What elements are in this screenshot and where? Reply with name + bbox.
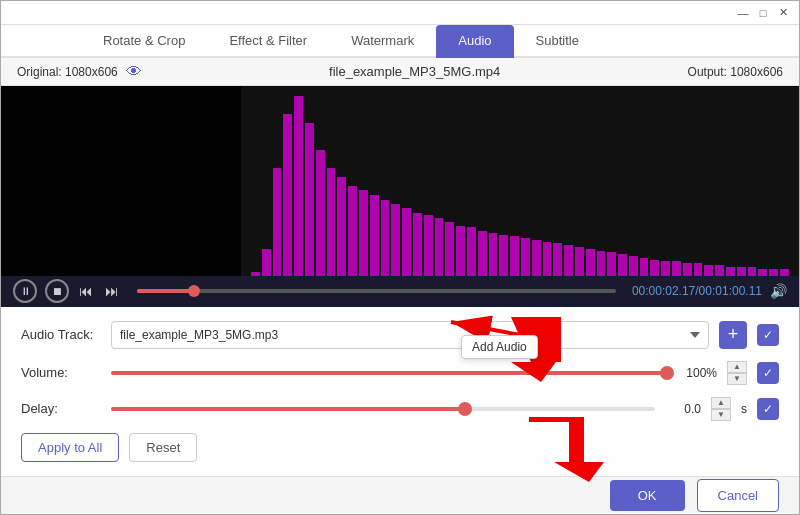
tab-effect-filter[interactable]: Effect & Filter	[207, 25, 329, 58]
waveform-bar	[726, 267, 735, 276]
waveform-bar	[650, 260, 659, 276]
tab-watermark[interactable]: Watermark	[329, 25, 436, 58]
delay-slider-fill	[111, 407, 465, 411]
delay-slider-track	[111, 407, 655, 411]
waveform-bar	[456, 226, 465, 276]
waveform-bar	[694, 263, 703, 276]
delay-slider-thumb[interactable]	[458, 402, 472, 416]
delay-unit: s	[741, 402, 747, 416]
waveform-bar	[640, 258, 649, 276]
waveform-display	[241, 86, 799, 276]
minimize-button[interactable]: —	[735, 5, 751, 21]
reset-button[interactable]: Reset	[129, 433, 197, 462]
waveform-bar	[327, 168, 336, 276]
pause-button[interactable]: ⏸	[13, 279, 37, 303]
delay-row: Delay: 0.0 ▲ ▼ s ✓	[21, 397, 779, 421]
audio-track-row: Audio Track: file_example_MP3_5MG.mp3 + …	[21, 321, 779, 349]
volume-slider-container[interactable]	[111, 363, 667, 383]
add-audio-tooltip: Add Audio	[461, 335, 538, 359]
delay-up-button[interactable]: ▲	[711, 397, 731, 409]
waveform-bars	[241, 86, 799, 276]
add-audio-button[interactable]: +	[719, 321, 747, 349]
waveform-bar	[370, 195, 379, 276]
ok-button[interactable]: OK	[610, 480, 685, 511]
waveform-bar	[283, 114, 292, 276]
audio-track-label: Audio Track:	[21, 327, 101, 342]
waveform-bar	[381, 200, 390, 276]
main-window: — □ ✕ Rotate & Crop Effect & Filter Wate…	[0, 0, 800, 515]
volume-stepper: ▲ ▼	[727, 361, 747, 385]
title-bar: — □ ✕	[1, 1, 799, 25]
waveform-bar	[348, 186, 357, 276]
waveform-bar	[715, 265, 724, 276]
waveform-bar	[521, 238, 530, 276]
waveform-bar	[413, 213, 422, 276]
waveform-bar	[402, 208, 411, 276]
waveform-bar	[629, 256, 638, 276]
waveform-bar	[704, 265, 713, 276]
volume-down-button[interactable]: ▼	[727, 373, 747, 385]
delay-down-button[interactable]: ▼	[711, 409, 731, 421]
progress-bar[interactable]	[137, 289, 616, 293]
waveform-bar	[780, 269, 789, 276]
waveform-bar	[478, 231, 487, 276]
video-preview	[1, 86, 241, 276]
volume-slider-thumb[interactable]	[660, 366, 674, 380]
waveform-bar	[748, 267, 757, 276]
volume-value: 100%	[677, 366, 717, 380]
waveform-bar	[661, 261, 670, 275]
output-resolution: Output: 1080x606	[688, 65, 783, 79]
waveform-bar	[607, 252, 616, 275]
audio-check-icon[interactable]: ✓	[757, 324, 779, 346]
next-button[interactable]: ⏭	[103, 283, 121, 299]
waveform-bar	[769, 269, 778, 276]
volume-icon[interactable]: 🔊	[770, 283, 787, 299]
prev-button[interactable]: ⏮	[77, 283, 95, 299]
volume-row: Volume: 100% ▲ ▼ ✓	[21, 361, 779, 385]
waveform-bar	[564, 245, 573, 276]
waveform-bar	[359, 190, 368, 276]
delay-stepper: ▲ ▼	[711, 397, 731, 421]
waveform-bar	[294, 96, 303, 276]
waveform-bar	[586, 249, 595, 276]
eye-icon[interactable]: 👁	[126, 63, 142, 81]
waveform-bar	[543, 242, 552, 276]
waveform-bar	[445, 222, 454, 276]
waveform-bar	[532, 240, 541, 276]
waveform-bar	[575, 247, 584, 276]
progress-handle[interactable]	[188, 285, 200, 297]
apply-all-button[interactable]: Apply to All	[21, 433, 119, 462]
waveform-bar	[391, 204, 400, 276]
waveform-bar	[262, 249, 271, 276]
close-button[interactable]: ✕	[775, 5, 791, 21]
title-controls: — □ ✕	[735, 5, 791, 21]
delay-slider-container[interactable]	[111, 399, 655, 419]
original-resolution: Original: 1080x606	[17, 65, 118, 79]
volume-check-icon[interactable]: ✓	[757, 362, 779, 384]
waveform-bar	[499, 235, 508, 276]
audio-track-select[interactable]: file_example_MP3_5MG.mp3	[111, 321, 709, 349]
cancel-button[interactable]: Cancel	[697, 479, 779, 512]
progress-fill	[137, 289, 194, 293]
maximize-button[interactable]: □	[755, 5, 771, 21]
volume-slider-fill	[111, 371, 667, 375]
tab-audio[interactable]: Audio	[436, 25, 513, 58]
delay-check-icon[interactable]: ✓	[757, 398, 779, 420]
waveform-bar	[337, 177, 346, 276]
waveform-bar	[618, 254, 627, 276]
tab-rotate-crop[interactable]: Rotate & Crop	[81, 25, 207, 58]
volume-up-button[interactable]: ▲	[727, 361, 747, 373]
waveform-bar	[683, 263, 692, 276]
waveform-bar	[510, 236, 519, 276]
delay-label: Delay:	[21, 401, 101, 416]
waveform-bar	[467, 227, 476, 276]
waveform-bar	[424, 215, 433, 276]
delay-value: 0.0	[665, 402, 701, 416]
waveform-bar	[553, 243, 562, 275]
stop-button[interactable]: ⏹	[45, 279, 69, 303]
waveform-bar	[273, 168, 282, 276]
tab-subtitle[interactable]: Subtitle	[514, 25, 601, 58]
waveform-bar	[597, 251, 606, 276]
playback-controls: ⏸ ⏹ ⏮ ⏭ 00:00:02.17/00:01:00.11 🔊	[1, 276, 799, 307]
footer: OK Cancel	[1, 476, 799, 514]
